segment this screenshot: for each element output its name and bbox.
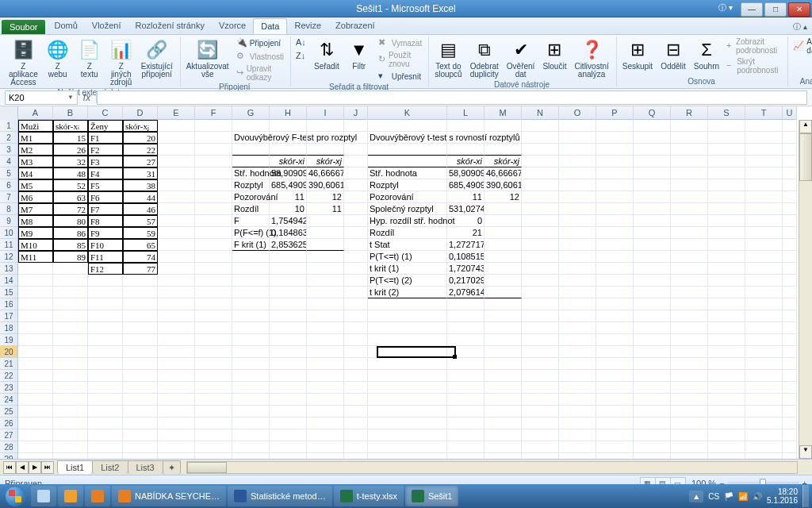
cell[interactable] (634, 418, 671, 429)
cell[interactable] (18, 441, 53, 453)
cell[interactable] (344, 418, 368, 429)
cell[interactable]: 74 (123, 251, 158, 263)
cell[interactable] (596, 298, 634, 310)
cell[interactable] (559, 263, 596, 275)
cell[interactable] (596, 239, 634, 251)
cell[interactable] (53, 275, 88, 287)
cell[interactable] (53, 394, 88, 406)
cell[interactable] (195, 370, 232, 382)
cell[interactable] (671, 132, 708, 144)
cell[interactable] (307, 334, 344, 346)
cell[interactable] (634, 370, 671, 382)
row-header[interactable]: 3 (0, 144, 17, 156)
cell[interactable] (634, 298, 671, 310)
cell[interactable]: 531,0274 (447, 203, 485, 215)
cell[interactable] (270, 287, 307, 298)
cell[interactable] (745, 263, 783, 275)
cell[interactable]: Pozorování (232, 191, 270, 203)
cell[interactable] (671, 144, 708, 156)
cell[interactable] (559, 441, 596, 453)
cell[interactable] (195, 382, 232, 394)
cell[interactable] (745, 203, 783, 215)
cell[interactable] (447, 418, 485, 429)
cell[interactable] (485, 263, 522, 275)
properties-button[interactable]: ⚙Vlastnosti (235, 50, 285, 63)
row-header[interactable]: 12 (0, 251, 17, 263)
row-header[interactable]: 16 (0, 298, 17, 310)
cell[interactable]: 0 (447, 215, 485, 227)
cell[interactable] (783, 144, 797, 156)
cell[interactable] (18, 310, 53, 322)
cell[interactable] (307, 251, 344, 263)
cell[interactable]: M5 (18, 179, 53, 191)
cell[interactable] (123, 394, 158, 406)
tray-volume-icon[interactable]: 🔊 (753, 492, 762, 501)
sheet-tab[interactable]: List3 (128, 460, 163, 474)
sheet-nav-next[interactable]: ▶ (29, 461, 41, 474)
cell[interactable] (596, 132, 634, 144)
cell[interactable] (708, 453, 745, 459)
cell[interactable] (671, 394, 708, 406)
cell[interactable] (123, 334, 158, 346)
cell[interactable] (232, 310, 270, 322)
cell[interactable] (783, 322, 797, 334)
formula-input[interactable] (97, 90, 807, 105)
cell[interactable] (123, 429, 158, 441)
cell[interactable] (634, 251, 671, 263)
cell[interactable] (671, 239, 708, 251)
cell[interactable] (195, 441, 232, 453)
cell[interactable] (232, 406, 270, 418)
cell[interactable]: 44 (123, 191, 158, 203)
cell[interactable]: F11 (88, 251, 123, 263)
cell[interactable] (522, 322, 559, 334)
row-header[interactable]: 15 (0, 287, 17, 298)
cell[interactable] (53, 382, 88, 394)
cell[interactable] (522, 287, 559, 298)
cell[interactable] (270, 251, 307, 263)
cell[interactable] (596, 287, 634, 298)
cell[interactable] (783, 358, 797, 370)
cell[interactable] (158, 322, 195, 334)
cell[interactable]: 72 (53, 203, 88, 215)
cell[interactable] (307, 358, 344, 370)
cell[interactable] (344, 275, 368, 287)
cell[interactable] (783, 132, 797, 144)
cell[interactable] (522, 346, 559, 358)
cell[interactable] (596, 418, 634, 429)
tab-zobrazení[interactable]: Zobrazení (328, 18, 382, 34)
cell[interactable]: Dvouvýběrový F-test pro rozptyl (232, 132, 270, 144)
cell[interactable] (344, 453, 368, 459)
cell[interactable] (447, 382, 485, 394)
cell[interactable] (123, 382, 158, 394)
sheet-tab[interactable]: List1 (57, 460, 93, 474)
cell[interactable] (596, 191, 634, 203)
cell[interactable] (158, 251, 195, 263)
cell[interactable] (123, 441, 158, 453)
cell[interactable] (671, 310, 708, 322)
cell[interactable]: 390,6061 (307, 179, 344, 191)
remove-dup-button[interactable]: ⧉Odebrat duplicity (468, 37, 501, 80)
cell[interactable] (368, 322, 447, 334)
cell[interactable] (344, 346, 368, 358)
cell[interactable] (634, 346, 671, 358)
cell[interactable] (195, 334, 232, 346)
cell[interactable] (344, 263, 368, 275)
cell[interactable] (671, 287, 708, 298)
cell[interactable]: P(T<=t) (2) (368, 275, 447, 287)
cell[interactable] (485, 203, 522, 215)
cell[interactable]: 46 (123, 203, 158, 215)
cell[interactable] (307, 227, 344, 239)
cell[interactable] (123, 418, 158, 429)
cell[interactable] (671, 334, 708, 346)
cell[interactable] (307, 418, 344, 429)
existing-conn-button[interactable]: 🔗Existující připojení (139, 37, 175, 80)
cell[interactable] (232, 418, 270, 429)
cell[interactable] (344, 334, 368, 346)
cell[interactable] (745, 310, 783, 322)
cell[interactable] (559, 203, 596, 215)
cell[interactable] (270, 334, 307, 346)
cell[interactable]: 80 (53, 215, 88, 227)
new-sheet-button[interactable]: ✦ (163, 460, 181, 475)
cell[interactable] (559, 120, 596, 132)
col-header-F[interactable]: F (195, 106, 232, 120)
